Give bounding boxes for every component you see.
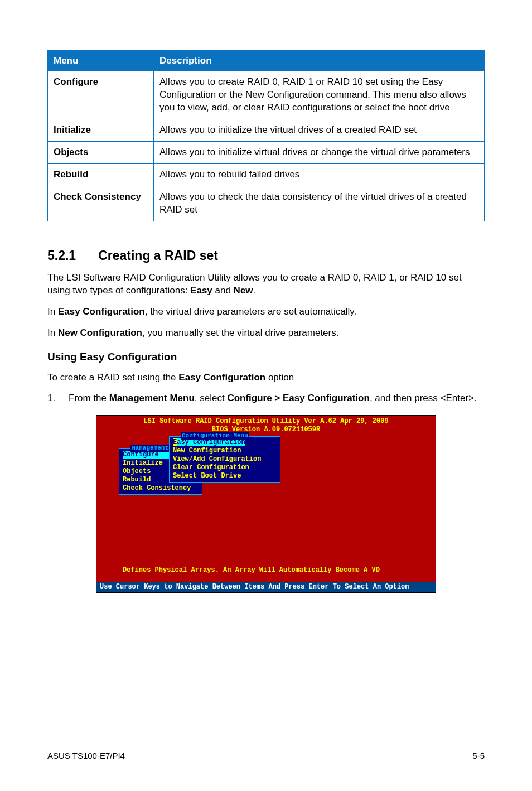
- cell-desc: Allows you to create RAID 0, RAID 1 or R…: [154, 71, 485, 119]
- table-row: Initialize Allows you to initialize the …: [48, 119, 485, 141]
- menu-description-table: Menu Description Configure Allows you to…: [47, 50, 485, 221]
- cell-desc: Allows you to initialize virtual drives …: [154, 141, 485, 163]
- mgmt-item-check: Check Consistency: [123, 484, 199, 493]
- cell-menu: Objects: [48, 141, 154, 163]
- section-title: Creating a RAID set: [98, 248, 218, 263]
- config-item-new: New Configuration: [173, 447, 277, 455]
- page-footer: ASUS TS100-E7/PI4 5-5: [47, 746, 485, 760]
- config-item-clear: Clear Configuration: [173, 464, 277, 472]
- config-item-view: View/Add Configuration: [173, 455, 277, 464]
- paragraph: The LSI Software RAID Configuration Util…: [47, 271, 485, 298]
- step-item: 1. From the Management Menu, select Conf…: [47, 392, 485, 405]
- paragraph: To create a RAID set using the Easy Conf…: [47, 371, 485, 384]
- footer-product: ASUS TS100-E7/PI4: [47, 751, 125, 760]
- cell-menu: Rebuild: [48, 163, 154, 186]
- section-heading: 5.2.1Creating a RAID set: [47, 248, 485, 263]
- table-row: Configure Allows you to create RAID 0, R…: [48, 71, 485, 119]
- step-text: From the Management Menu, select Configu…: [69, 392, 477, 405]
- sub-heading: Using Easy Configuration: [47, 351, 485, 363]
- paragraph: In New Configuration, you manually set t…: [47, 326, 485, 340]
- table-row: Check Consistency Allows you to check th…: [48, 186, 485, 221]
- config-item-boot: Select Boot Drive: [173, 472, 277, 480]
- cell-desc: Allows you to rebuild failed drives: [154, 163, 485, 186]
- cell-menu: Check Consistency: [48, 186, 154, 221]
- table-header-description: Description: [154, 51, 485, 71]
- bios-title: LSI Software RAID Configuration Utility …: [96, 416, 436, 426]
- table-row: Rebuild Allows you to rebuild failed dri…: [48, 163, 485, 186]
- bios-footer-hint: Use Cursor Keys to Navigate Between Item…: [96, 582, 436, 592]
- bios-status-line: Defines Physical Arrays. An Array Will A…: [119, 565, 413, 576]
- bios-body: Management Configure Initialize Objects …: [96, 436, 436, 565]
- configuration-menu-box: Configuration Menu Easy Configuration Ne…: [169, 436, 280, 483]
- paragraph: In Easy Configuration, the virtual drive…: [47, 305, 485, 319]
- step-number: 1.: [47, 392, 69, 405]
- ordered-steps: 1. From the Management Menu, select Conf…: [47, 392, 485, 405]
- cell-menu: Initialize: [48, 119, 154, 141]
- table-row: Objects Allows you to initialize virtual…: [48, 141, 485, 163]
- section-number: 5.2.1: [47, 248, 76, 263]
- cell-desc: Allows you to check the data consistency…: [154, 186, 485, 221]
- configuration-menu-label: Configuration Menu: [181, 432, 249, 440]
- bios-screenshot: LSI Software RAID Configuration Utility …: [47, 415, 485, 593]
- footer-page-number: 5-5: [472, 751, 485, 760]
- cell-desc: Allows you to initialize the virtual dri…: [154, 119, 485, 141]
- management-menu-label: Management: [130, 445, 170, 452]
- bios-screen: LSI Software RAID Configuration Utility …: [96, 415, 436, 593]
- table-header-menu: Menu: [48, 51, 154, 71]
- cell-menu: Configure: [48, 71, 154, 119]
- bios-subtitle: BIOS Version A.09.07211059R: [96, 426, 436, 436]
